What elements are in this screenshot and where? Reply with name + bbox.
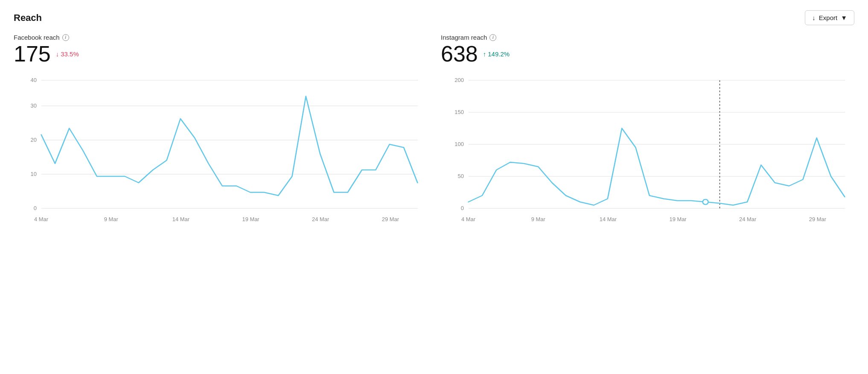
instagram-chart-area: 0 50 100 150 200 4 Mar 9 Mar 14 Mar 19 M… [441, 72, 854, 225]
instagram-chart-panel: Instagram reach i 638 ↑ 149.2% 0 50 100 [441, 34, 854, 225]
svg-text:14 Mar: 14 Mar [172, 216, 189, 222]
svg-text:0: 0 [34, 205, 37, 211]
svg-text:14 Mar: 14 Mar [600, 216, 617, 222]
facebook-chart-area: 0 10 20 30 40 4 Mar 9 Mar 14 Mar 19 Mar … [14, 72, 427, 225]
facebook-change-arrow: ↓ [56, 50, 59, 58]
svg-text:19 Mar: 19 Mar [242, 216, 259, 222]
svg-text:20: 20 [30, 137, 36, 143]
svg-text:40: 40 [30, 77, 36, 83]
svg-text:19 Mar: 19 Mar [669, 216, 686, 222]
svg-text:29 Mar: 29 Mar [382, 216, 399, 222]
export-label: Export [819, 14, 837, 21]
facebook-info-icon[interactable]: i [62, 34, 69, 41]
svg-text:29 Mar: 29 Mar [809, 216, 826, 222]
chevron-down-icon: ▼ [841, 14, 847, 21]
page-title: Reach [14, 12, 42, 23]
download-icon: ↓ [812, 14, 816, 21]
instagram-value: 638 [441, 43, 478, 65]
svg-text:50: 50 [457, 173, 463, 179]
page-header: Reach ↓ Export ▼ [14, 10, 854, 25]
facebook-line [41, 96, 418, 196]
facebook-metric-label: Facebook reach i [14, 34, 427, 41]
facebook-change-value: 33.5% [61, 50, 79, 58]
svg-text:30: 30 [30, 103, 36, 108]
instagram-line [469, 129, 845, 205]
svg-text:4 Mar: 4 Mar [461, 216, 475, 222]
facebook-svg: 0 10 20 30 40 4 Mar 9 Mar 14 Mar 19 Mar … [14, 72, 427, 225]
svg-text:0: 0 [461, 205, 464, 211]
svg-text:200: 200 [454, 77, 464, 83]
instagram-info-icon[interactable]: i [489, 34, 496, 41]
svg-text:150: 150 [454, 109, 464, 115]
instagram-metric-value-row: 638 ↑ 149.2% [441, 43, 854, 65]
export-button[interactable]: ↓ Export ▼ [805, 10, 854, 25]
svg-text:10: 10 [30, 171, 36, 177]
facebook-label: Facebook reach [14, 34, 60, 41]
svg-text:4 Mar: 4 Mar [34, 216, 48, 222]
svg-text:9 Mar: 9 Mar [104, 216, 118, 222]
svg-text:24 Mar: 24 Mar [739, 216, 756, 222]
svg-text:24 Mar: 24 Mar [312, 216, 329, 222]
facebook-chart-panel: Facebook reach i 175 ↓ 33.5% 0 10 [14, 34, 427, 225]
instagram-dot [703, 199, 708, 205]
instagram-label: Instagram reach [441, 34, 487, 41]
instagram-metric-label: Instagram reach i [441, 34, 854, 41]
svg-text:100: 100 [454, 141, 464, 147]
svg-text:9 Mar: 9 Mar [531, 216, 545, 222]
instagram-change-arrow: ↑ [483, 50, 486, 58]
instagram-change-value: 149.2% [488, 50, 510, 58]
facebook-metric-value-row: 175 ↓ 33.5% [14, 43, 427, 65]
facebook-change: ↓ 33.5% [56, 50, 79, 58]
charts-row: Facebook reach i 175 ↓ 33.5% 0 10 [14, 34, 854, 225]
instagram-svg: 0 50 100 150 200 4 Mar 9 Mar 14 Mar 19 M… [441, 72, 854, 225]
facebook-value: 175 [14, 43, 51, 65]
instagram-change: ↑ 149.2% [483, 50, 510, 58]
